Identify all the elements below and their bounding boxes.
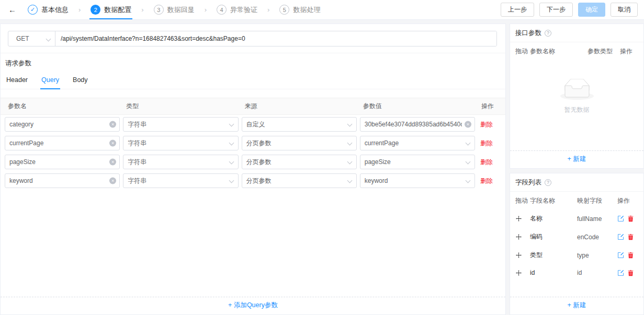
interface-params-title-row: 接口参数 ? [510,24,643,42]
step-data-process[interactable]: 5 数据处理 [277,0,322,19]
delete-icon[interactable] [627,215,634,222]
chevron-down-icon [466,141,471,146]
new-label: 新建 [573,155,586,162]
col-header-param-name: 参数名称 [530,47,587,56]
drag-handle-icon[interactable] [515,252,530,259]
param-value-input[interactable] [360,117,475,132]
step-exception-verify[interactable]: 4 异常验证 [214,0,259,19]
col-header-type: 类型 [123,98,238,114]
clear-icon[interactable]: × [109,140,116,147]
param-type-value: 字符串 [128,139,146,148]
param-type-select[interactable]: 字符串 [123,117,238,132]
new-field-button[interactable]: + 新建 [510,297,643,314]
tab-header[interactable]: Header [5,72,29,89]
step-data-config[interactable]: 2 数据配置 [88,0,133,19]
drag-handle-icon[interactable] [515,234,530,240]
clear-icon[interactable]: × [109,121,116,128]
tab-body[interactable]: Body [72,72,89,89]
chevron-down-icon [466,178,471,183]
chevron-down-icon [229,122,234,127]
mapped-field: fullName [577,215,617,223]
chevron-down-icon [229,141,234,146]
param-value-value: keyword [365,177,388,184]
add-query-param-label: 添加Query参数 [234,301,278,309]
help-icon[interactable]: ? [545,30,551,37]
param-row: × 字符串 自定义 × 删除 [1,115,505,134]
back-button[interactable]: ← [2,0,22,19]
drag-handle-icon[interactable] [515,270,530,276]
param-value-select[interactable]: keyword [360,173,475,188]
param-value-select[interactable]: pageSize [360,155,475,169]
delete-param-link[interactable]: 删除 [478,158,501,167]
col-header-value: 参数值 [360,98,475,114]
confirm-button[interactable]: 确定 [578,3,605,17]
request-url-input[interactable] [55,31,496,46]
param-value-value: currentPage [365,139,399,147]
delete-param-link[interactable]: 删除 [478,177,501,185]
mapped-field: id [577,269,617,276]
clear-icon[interactable]: × [109,178,116,184]
param-source-select[interactable]: 分页参数 [242,136,357,150]
delete-icon[interactable] [627,252,634,259]
step-basic-info[interactable]: ✓ 基本信息 [26,0,71,19]
field-name: 编码 [530,232,577,241]
step-label: 数据处理 [293,5,320,15]
param-name-input[interactable] [5,155,120,169]
add-query-param-button[interactable]: + 添加Query参数 [1,297,505,314]
param-name-input[interactable] [5,136,120,150]
request-config-panel: GET 请求参数 Header Query Body 参数名 类型 来源 参数值… [0,24,506,315]
prev-step-button[interactable]: 上一步 [501,3,534,17]
edit-icon[interactable] [617,252,624,259]
param-source-select[interactable]: 分页参数 [242,155,357,169]
chevron-down-icon [347,159,352,165]
step-number-icon: 5 [279,5,289,15]
wizard-steps: ✓ 基本信息 › 2 数据配置 › 3 数据回显 › 4 异常验证 › 5 数据… [26,0,322,19]
step-label: 基本信息 [41,5,69,15]
clear-icon[interactable]: × [109,159,116,166]
request-params-tabs: Header Query Body [1,72,505,89]
http-method-select[interactable]: GET [8,31,55,46]
param-value-select[interactable]: currentPage [360,136,475,150]
delete-icon[interactable] [627,270,634,276]
field-list-title: 字段列表 [515,178,541,187]
next-step-button[interactable]: 下一步 [539,3,573,17]
delete-param-link[interactable]: 删除 [478,139,501,148]
step-data-echo[interactable]: 3 数据回显 [152,0,197,19]
param-type-select[interactable]: 字符串 [123,136,238,150]
col-header-drag: 拖动 [515,196,530,205]
new-interface-param-button[interactable]: + 新建 [510,150,643,168]
chevron-down-icon [347,122,352,127]
step-label: 异常验证 [230,5,257,15]
param-type-select[interactable]: 字符串 [123,173,238,188]
delete-icon[interactable] [627,234,634,240]
tab-query[interactable]: Query [40,72,60,89]
help-icon[interactable]: ? [545,179,551,186]
edit-icon[interactable] [617,234,624,240]
param-type-select[interactable]: 字符串 [123,155,238,169]
param-source-select[interactable]: 自定义 [242,117,357,132]
plus-icon: + [228,301,232,309]
step-number-icon: 4 [217,5,227,15]
param-type-value: 字符串 [128,120,146,129]
col-header-drag: 拖动 [515,47,530,56]
col-header-field-name: 字段名称 [530,196,577,205]
edit-icon[interactable] [617,270,624,276]
chevron-down-icon [229,178,234,183]
chevron-down-icon [229,159,234,165]
step-done-check-icon: ✓ [28,5,38,15]
empty-state: 暂无数据 [510,60,643,150]
param-name-input[interactable] [5,173,120,188]
param-source-value: 分页参数 [246,158,272,167]
interface-params-panel: 接口参数 ? 拖动 参数名称 参数类型 操作 [510,24,644,169]
col-header-name: 参数名 [5,98,120,114]
delete-param-link[interactable]: 删除 [478,120,501,129]
step-separator-icon: › [71,0,88,19]
cancel-button[interactable]: 取消 [611,3,638,17]
param-row: × 字符串 分页参数 pageSize 删除 [1,153,505,171]
param-name-input[interactable] [5,117,120,132]
edit-icon[interactable] [617,215,624,222]
drag-handle-icon[interactable] [515,215,530,222]
clear-icon[interactable]: × [465,121,471,128]
col-header-mapped-field: 映射字段 [577,196,617,205]
param-source-select[interactable]: 分页参数 [242,173,357,188]
